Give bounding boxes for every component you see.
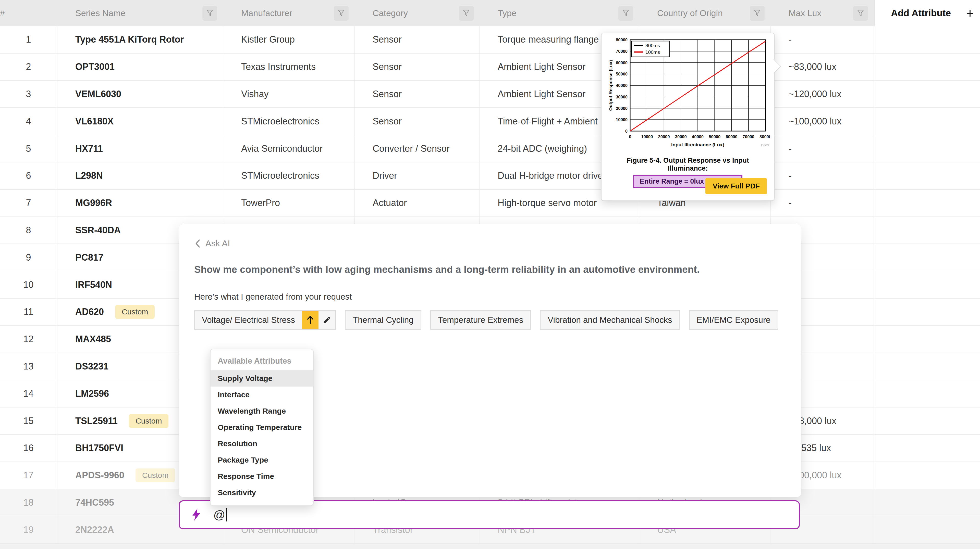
cell-category[interactable]: Sensor bbox=[355, 26, 480, 53]
apply-attribute-button[interactable] bbox=[302, 311, 318, 329]
row-number: 15 bbox=[23, 416, 33, 426]
ask-ai-back-button[interactable]: Ask AI bbox=[194, 238, 230, 248]
table-row: 7MG996RTowerProActuatorHigh-torque servo… bbox=[0, 190, 980, 217]
attribute-chip[interactable]: EMI/EMC Exposure bbox=[689, 310, 778, 330]
column-label: Max Lux bbox=[789, 8, 853, 18]
category-value: Actuator bbox=[372, 198, 407, 208]
cell-max_lux[interactable]: ~100,000 lux bbox=[771, 108, 874, 135]
dropdown-item-operating-temperature[interactable]: Operating Temperature bbox=[210, 419, 313, 436]
svg-text:10000: 10000 bbox=[641, 134, 653, 139]
row-number: 9 bbox=[26, 252, 31, 263]
cell-manufacturer[interactable]: Kistler Group bbox=[223, 26, 355, 53]
dropdown-item-resolution[interactable]: Resolution bbox=[210, 436, 313, 452]
cell-manufacturer[interactable]: TowerPro bbox=[223, 190, 355, 216]
cell-series[interactable]: VEML6030 bbox=[57, 81, 223, 108]
filter-button-country[interactable] bbox=[750, 6, 765, 21]
cell-category[interactable]: Sensor bbox=[355, 108, 480, 135]
cell-add bbox=[874, 489, 980, 516]
cell-add bbox=[874, 435, 980, 462]
edit-attribute-button[interactable] bbox=[318, 311, 335, 329]
column-header-max_lux: Max Lux bbox=[771, 0, 874, 26]
column-label: Type bbox=[498, 8, 618, 18]
column-label: Country of Origin bbox=[657, 8, 750, 18]
filter-button-category[interactable] bbox=[459, 6, 474, 21]
cell-series[interactable]: L298N bbox=[57, 162, 223, 189]
svg-text:Output Response (Lux): Output Response (Lux) bbox=[608, 60, 613, 111]
cell-manufacturer[interactable]: STMicroelectronics bbox=[223, 108, 355, 135]
cell-max_lux[interactable]: ~120,000 lux bbox=[771, 81, 874, 108]
svg-text:30000: 30000 bbox=[675, 134, 687, 139]
dropdown-item-interface[interactable]: Interface bbox=[210, 387, 313, 403]
series-name: MAX485 bbox=[75, 334, 111, 344]
cell-max_lux[interactable]: - bbox=[771, 26, 874, 53]
attribute-chip[interactable]: Thermal Cycling bbox=[345, 310, 421, 330]
column-header-num: # bbox=[0, 0, 57, 26]
filter-funnel-icon bbox=[206, 9, 213, 17]
cell-manufacturer[interactable]: Texas Instruments bbox=[223, 54, 355, 80]
dropdown-item-response-time[interactable]: Response Time bbox=[210, 468, 313, 484]
filter-button-manufacturer[interactable] bbox=[334, 6, 348, 21]
cell-add bbox=[874, 135, 980, 162]
attribute-chip-label: Voltage/ Electrical Stress bbox=[195, 315, 302, 325]
manufacturer-value: STMicroelectronics bbox=[241, 116, 319, 127]
cell-num: 8 bbox=[0, 217, 57, 244]
series-name: BH1750FVI bbox=[75, 443, 123, 453]
cell-num: 14 bbox=[0, 380, 57, 407]
row-number: 3 bbox=[26, 89, 31, 100]
svg-text:0: 0 bbox=[629, 134, 631, 139]
manufacturer-value: Vishay bbox=[241, 89, 269, 100]
cell-category[interactable]: Converter / Sensor bbox=[355, 135, 480, 162]
max-lux-value: - bbox=[789, 170, 792, 181]
attribute-chip-label: Vibration and Mechanical Shocks bbox=[541, 315, 679, 325]
cell-manufacturer[interactable]: Avia Semiconductor bbox=[223, 135, 355, 162]
cell-category[interactable]: Actuator bbox=[355, 190, 480, 216]
svg-text:D003: D003 bbox=[761, 143, 769, 147]
filter-button-type[interactable] bbox=[618, 6, 633, 21]
filter-button-series[interactable] bbox=[202, 6, 217, 21]
dropdown-items: Supply VoltageInterfaceWavelength RangeO… bbox=[210, 370, 313, 501]
svg-text:0: 0 bbox=[625, 129, 628, 133]
custom-badge: Custom bbox=[129, 414, 169, 428]
dropdown-item-package-type[interactable]: Package Type bbox=[210, 452, 313, 468]
cell-num: 1 bbox=[0, 26, 57, 53]
svg-text:800ms: 800ms bbox=[646, 43, 660, 48]
series-name: HX711 bbox=[75, 143, 103, 154]
svg-text:40000: 40000 bbox=[692, 134, 703, 139]
row-number: 1 bbox=[26, 34, 31, 45]
dropdown-item-supply-voltage[interactable]: Supply Voltage bbox=[210, 370, 313, 387]
attribute-chip[interactable]: Temperature Extremes bbox=[430, 310, 531, 330]
add-attribute-label: Add Attribute bbox=[891, 8, 959, 19]
cell-manufacturer[interactable]: Vishay bbox=[223, 81, 355, 108]
attribute-chip[interactable]: Voltage/ Electrical Stress bbox=[194, 310, 336, 330]
cell-series[interactable]: OPT3001 bbox=[57, 54, 223, 80]
cell-max_lux[interactable]: - bbox=[771, 190, 874, 216]
dropdown-item-sensitivity[interactable]: Sensitivity bbox=[210, 484, 313, 501]
cell-manufacturer[interactable]: STMicroelectronics bbox=[223, 162, 355, 189]
cell-category[interactable]: Driver bbox=[355, 162, 480, 189]
cell-series[interactable]: Type 4551A KiTorq Rotor bbox=[57, 26, 223, 53]
filter-button-max_lux[interactable] bbox=[853, 6, 868, 21]
bottom-strip bbox=[0, 544, 980, 549]
attribute-chip[interactable]: Vibration and Mechanical Shocks bbox=[540, 310, 679, 330]
column-label: Series Name bbox=[75, 8, 202, 18]
cell-num: 9 bbox=[0, 244, 57, 271]
category-value: Converter / Sensor bbox=[372, 143, 450, 154]
category-value: Sensor bbox=[372, 62, 402, 72]
row-number: 4 bbox=[26, 116, 31, 127]
cell-series[interactable]: HX711 bbox=[57, 135, 223, 162]
view-full-pdf-button[interactable]: View Full PDF bbox=[705, 178, 767, 194]
cell-add bbox=[874, 108, 980, 135]
svg-text:Input Illuminance (Lux): Input Illuminance (Lux) bbox=[671, 142, 724, 148]
cell-max_lux[interactable]: - bbox=[771, 162, 874, 189]
dropdown-item-wavelength-range[interactable]: Wavelength Range bbox=[210, 403, 313, 419]
cell-max_lux[interactable]: - bbox=[771, 135, 874, 162]
row-number: 14 bbox=[23, 388, 33, 399]
cell-category[interactable]: Sensor bbox=[355, 54, 480, 80]
prompt-input-value[interactable]: @ bbox=[213, 508, 225, 522]
cell-add bbox=[874, 190, 980, 216]
cell-series[interactable]: VL6180X bbox=[57, 108, 223, 135]
cell-max_lux[interactable]: ~83,000 lux bbox=[771, 54, 874, 80]
cell-category[interactable]: Sensor bbox=[355, 81, 480, 108]
add-attribute-button[interactable]: Add Attribute+ bbox=[874, 0, 980, 26]
cell-series[interactable]: MG996R bbox=[57, 190, 223, 216]
